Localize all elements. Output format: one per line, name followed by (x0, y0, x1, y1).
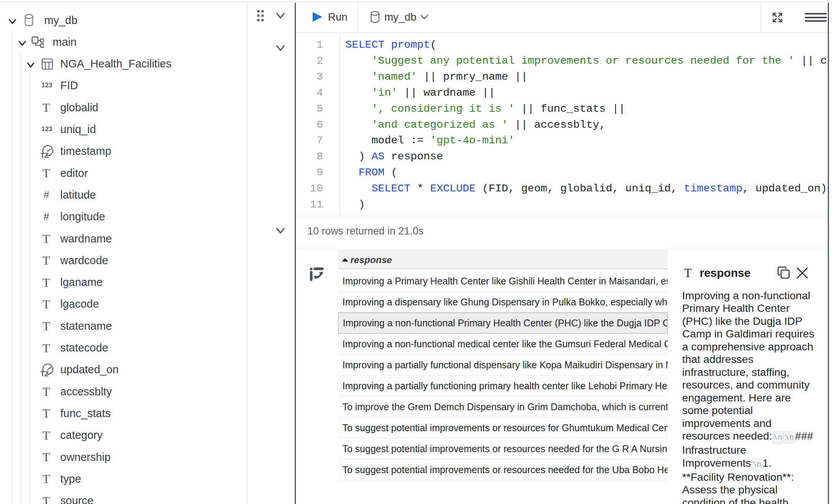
svg-text:TZ: TZ (40, 370, 48, 377)
svg-text:TZ: TZ (40, 151, 48, 159)
